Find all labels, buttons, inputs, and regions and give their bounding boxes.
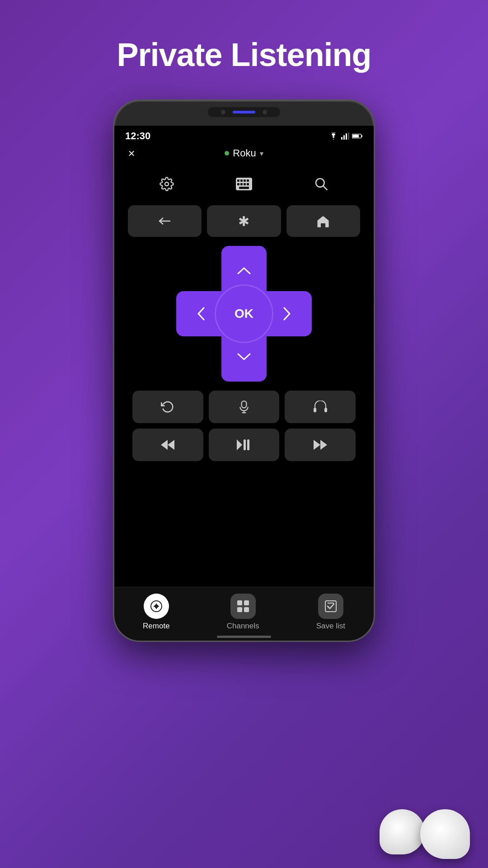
keyboard-button[interactable] <box>228 168 260 200</box>
camera-left <box>221 110 225 114</box>
earbuds-decoration <box>380 778 470 859</box>
microphone-icon <box>238 400 250 414</box>
camera-right <box>263 110 267 114</box>
svg-rect-6 <box>352 135 359 137</box>
save-list-icon <box>324 599 338 613</box>
svg-rect-38 <box>244 600 249 605</box>
status-icons <box>328 132 363 140</box>
svg-rect-40 <box>244 607 249 612</box>
wifi-icon <box>328 132 338 140</box>
nav-item-channels[interactable]: Channels <box>227 594 259 631</box>
status-bar: 12:30 <box>114 126 374 145</box>
svg-rect-15 <box>244 183 246 185</box>
svg-rect-24 <box>314 408 316 412</box>
svg-rect-13 <box>237 183 239 185</box>
chevron-right-icon <box>282 307 291 321</box>
phone-mockup: 12:30 <box>113 99 375 642</box>
svg-rect-41 <box>325 601 336 612</box>
phone-notch <box>208 107 280 117</box>
svg-marker-31 <box>314 440 320 450</box>
svg-rect-14 <box>240 183 243 185</box>
svg-point-36 <box>155 605 158 608</box>
rewind-button[interactable] <box>132 429 203 461</box>
svg-rect-21 <box>242 401 247 408</box>
home-indicator <box>217 636 271 638</box>
search-button[interactable] <box>305 168 337 200</box>
chevron-left-icon <box>197 307 206 321</box>
media-row-1 <box>132 391 356 423</box>
dpad: OK <box>176 246 312 382</box>
svg-rect-9 <box>237 179 239 182</box>
bottom-navigation: Remote Channels <box>114 587 374 641</box>
device-chevron-icon: ▾ <box>260 149 263 158</box>
remote-nav-label: Remote <box>143 622 170 631</box>
media-controls <box>128 391 360 461</box>
back-button[interactable] <box>128 205 202 237</box>
asterisk-icon: ✱ <box>238 213 249 229</box>
svg-rect-10 <box>240 179 243 182</box>
back-icon <box>159 216 171 226</box>
media-row-2 <box>132 429 356 461</box>
replay-button[interactable] <box>132 391 203 423</box>
nav-item-save-list[interactable]: Save list <box>316 594 345 631</box>
svg-rect-1 <box>343 135 345 140</box>
svg-rect-2 <box>346 133 347 140</box>
svg-rect-0 <box>341 137 343 140</box>
ok-label: OK <box>235 307 253 321</box>
channels-nav-label: Channels <box>227 622 259 631</box>
phone-screen: 12:30 <box>114 126 374 641</box>
battery-icon <box>352 133 363 139</box>
remote-nav-icon <box>144 594 169 619</box>
headphones-button[interactable] <box>285 391 356 423</box>
svg-rect-16 <box>247 183 249 185</box>
svg-rect-29 <box>244 439 246 450</box>
svg-rect-37 <box>237 600 242 605</box>
gear-icon <box>160 177 174 191</box>
gamepad-icon <box>150 599 163 613</box>
chevron-up-icon <box>237 266 251 275</box>
svg-marker-28 <box>237 439 242 450</box>
svg-line-19 <box>323 186 327 190</box>
play-pause-icon <box>236 439 252 451</box>
fast-forward-button[interactable] <box>285 429 356 461</box>
speaker-bar <box>233 111 255 113</box>
svg-rect-30 <box>247 439 249 450</box>
top-bar: × Roku ▾ <box>114 145 374 164</box>
svg-marker-27 <box>168 440 174 450</box>
svg-rect-12 <box>247 179 249 182</box>
search-icon <box>314 177 328 191</box>
grid-icon <box>236 599 250 613</box>
close-button[interactable]: × <box>123 145 140 161</box>
options-button[interactable]: ✱ <box>207 205 281 237</box>
svg-rect-25 <box>324 408 327 412</box>
play-pause-button[interactable] <box>209 429 280 461</box>
device-connected-dot <box>225 151 229 156</box>
function-buttons-row: ✱ <box>128 205 360 237</box>
earbud-left <box>380 809 425 854</box>
voice-button[interactable] <box>209 391 280 423</box>
earbud-right <box>420 809 470 859</box>
save-list-nav-icon <box>318 594 343 619</box>
rewind-icon <box>160 439 175 451</box>
headphones-icon <box>313 401 328 413</box>
svg-rect-3 <box>348 132 349 140</box>
svg-rect-39 <box>237 607 242 612</box>
chevron-down-icon <box>237 352 251 361</box>
svg-point-7 <box>165 182 169 186</box>
home-button[interactable] <box>286 205 360 237</box>
ok-button[interactable]: OK <box>215 284 273 343</box>
svg-marker-32 <box>320 440 327 450</box>
settings-button[interactable] <box>151 168 183 200</box>
fast-forward-icon <box>313 439 328 451</box>
device-selector[interactable]: Roku ▾ <box>225 147 263 159</box>
home-icon <box>316 215 330 227</box>
status-time: 12:30 <box>125 130 150 142</box>
page-title: Private Listening <box>0 0 488 73</box>
top-icons-row <box>128 168 360 200</box>
device-name: Roku <box>233 147 256 159</box>
channels-nav-icon <box>230 594 256 619</box>
dpad-container: OK <box>128 246 360 382</box>
nav-item-remote[interactable]: Remote <box>143 594 170 631</box>
save-list-nav-label: Save list <box>316 622 345 631</box>
svg-rect-11 <box>244 179 246 182</box>
